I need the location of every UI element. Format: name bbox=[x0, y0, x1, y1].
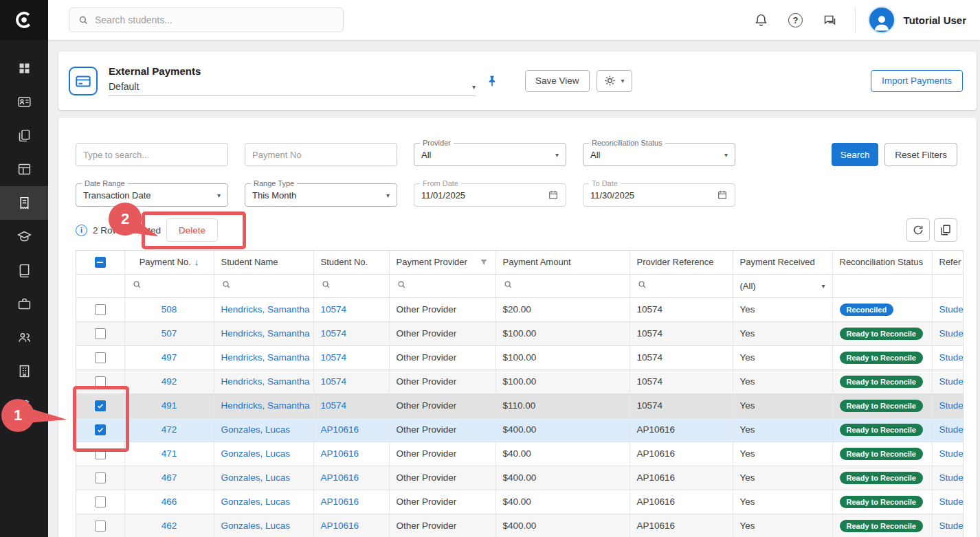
column-header-payment-received[interactable]: Payment Received bbox=[740, 257, 815, 267]
row-checkbox[interactable] bbox=[95, 400, 106, 411]
reference-link[interactable]: Stude bbox=[939, 352, 964, 363]
payment-no-link[interactable]: 466 bbox=[162, 496, 177, 507]
view-selector[interactable]: Default ▾ bbox=[109, 81, 476, 96]
sidebar-item-records[interactable] bbox=[0, 119, 48, 152]
filter-search-input[interactable] bbox=[76, 143, 228, 166]
payment-no-link[interactable]: 508 bbox=[162, 304, 177, 315]
payment-no-link[interactable]: 467 bbox=[162, 472, 177, 483]
column-header-payment-no[interactable]: Payment No. bbox=[140, 257, 191, 267]
student-no-link[interactable]: AP10616 bbox=[321, 496, 359, 507]
provider-select[interactable]: Provider All ▾ bbox=[414, 143, 566, 166]
reference-link[interactable]: Stude bbox=[939, 448, 964, 459]
select-all-checkbox[interactable] bbox=[95, 257, 106, 268]
student-no-link[interactable]: AP10616 bbox=[321, 424, 359, 435]
reference-link[interactable]: Stude bbox=[939, 472, 964, 483]
column-search-icon[interactable] bbox=[637, 279, 647, 290]
refresh-button[interactable] bbox=[906, 218, 930, 242]
row-checkbox[interactable] bbox=[95, 376, 106, 387]
student-no-link[interactable]: AP10616 bbox=[321, 521, 359, 531]
student-name-link[interactable]: Hendricks, Samantha bbox=[221, 400, 310, 411]
student-name-link[interactable]: Gonzales, Lucas bbox=[221, 521, 291, 531]
table-row[interactable]: 462 Gonzales, Lucas AP10616 Other Provid… bbox=[76, 514, 964, 537]
row-checkbox[interactable] bbox=[95, 496, 106, 507]
reference-link[interactable]: Stude bbox=[939, 304, 964, 315]
payment-received-filter[interactable]: (All)▾ bbox=[740, 281, 825, 291]
sidebar-item-students[interactable] bbox=[0, 85, 48, 119]
row-checkbox[interactable] bbox=[95, 521, 106, 532]
sidebar-item-organization[interactable] bbox=[0, 354, 48, 388]
column-header-student-name[interactable]: Student Name bbox=[221, 257, 278, 267]
from-date-field[interactable]: From Date 11/01/2025 bbox=[414, 183, 566, 207]
sidebar-item-academics[interactable] bbox=[0, 220, 48, 253]
reconciliation-status-select[interactable]: Reconciliation Status All ▾ bbox=[583, 143, 735, 166]
student-name-link[interactable]: Gonzales, Lucas bbox=[221, 472, 291, 483]
student-no-link[interactable]: AP10616 bbox=[321, 448, 359, 459]
reference-link[interactable]: Stude bbox=[939, 496, 964, 507]
row-checkbox[interactable] bbox=[95, 424, 106, 435]
student-name-link[interactable]: Gonzales, Lucas bbox=[221, 448, 291, 459]
student-name-link[interactable]: Hendricks, Samantha bbox=[221, 352, 310, 363]
row-checkbox[interactable] bbox=[95, 472, 106, 483]
row-checkbox[interactable] bbox=[95, 352, 106, 363]
table-row[interactable]: 507 Hendricks, Samantha 10574 Other Prov… bbox=[76, 321, 964, 345]
sidebar-item-billing[interactable] bbox=[0, 186, 48, 220]
filter-payment-no-input[interactable] bbox=[245, 143, 397, 166]
student-no-link[interactable]: 10574 bbox=[321, 400, 347, 411]
payment-no-link[interactable]: 471 bbox=[162, 448, 177, 459]
student-no-link[interactable]: 10574 bbox=[321, 304, 347, 315]
payment-no-link[interactable]: 492 bbox=[162, 376, 177, 387]
payment-no-link[interactable]: 491 bbox=[162, 400, 177, 411]
table-row[interactable]: 472 Gonzales, Lucas AP10616 Other Provid… bbox=[76, 418, 964, 442]
to-date-field[interactable]: To Date 11/30/2025 bbox=[583, 183, 735, 207]
chat-button[interactable] bbox=[822, 12, 838, 28]
sidebar-item-community[interactable] bbox=[0, 321, 48, 354]
column-search-icon[interactable] bbox=[503, 279, 513, 290]
pin-view-button[interactable] bbox=[485, 74, 499, 88]
table-row[interactable]: 466 Gonzales, Lucas AP10616 Other Provid… bbox=[76, 490, 964, 514]
global-search[interactable] bbox=[69, 8, 344, 32]
reference-link[interactable]: Stude bbox=[939, 521, 964, 531]
column-search-icon[interactable] bbox=[221, 279, 232, 290]
user-avatar[interactable] bbox=[868, 6, 895, 34]
app-logo[interactable] bbox=[0, 0, 48, 40]
help-button[interactable]: ? bbox=[788, 12, 804, 28]
row-checkbox[interactable] bbox=[95, 448, 106, 459]
payment-no-link[interactable]: 462 bbox=[162, 521, 177, 531]
row-checkbox[interactable] bbox=[95, 328, 106, 339]
payment-no-link[interactable]: 497 bbox=[162, 352, 177, 363]
column-header-reconciliation-status[interactable]: Reconciliation Status bbox=[840, 257, 923, 267]
date-range-select[interactable]: Date Range Transaction Date ▾ bbox=[76, 183, 228, 207]
reference-link[interactable]: Stude bbox=[939, 328, 964, 339]
notifications-button[interactable] bbox=[753, 12, 770, 28]
table-row[interactable]: 492 Hendricks, Samantha 10574 Other Prov… bbox=[76, 369, 964, 393]
view-settings-button[interactable]: ▾ bbox=[597, 70, 632, 92]
student-name-link[interactable]: Hendricks, Samantha bbox=[221, 328, 310, 339]
student-no-link[interactable]: 10574 bbox=[321, 352, 347, 363]
table-row[interactable]: 467 Gonzales, Lucas AP10616 Other Provid… bbox=[76, 466, 964, 490]
student-no-link[interactable]: 10574 bbox=[321, 376, 347, 387]
column-header-provider-reference[interactable]: Provider Reference bbox=[637, 257, 714, 267]
search-button[interactable]: Search bbox=[832, 143, 878, 166]
reference-link[interactable]: Stude bbox=[939, 424, 964, 435]
student-no-link[interactable]: 10574 bbox=[321, 328, 347, 339]
student-name-link[interactable]: Gonzales, Lucas bbox=[221, 424, 291, 435]
student-name-link[interactable]: Hendricks, Samantha bbox=[221, 304, 310, 315]
delete-button[interactable]: Delete bbox=[166, 218, 218, 242]
payment-no-link[interactable]: 507 bbox=[162, 328, 177, 339]
copy-grid-button[interactable] bbox=[934, 218, 957, 242]
sidebar-item-boards[interactable] bbox=[0, 152, 48, 186]
range-type-select[interactable]: Range Type This Month ▾ bbox=[245, 183, 397, 207]
reset-filters-button[interactable]: Reset Filters bbox=[884, 143, 957, 166]
column-search-icon[interactable] bbox=[397, 279, 407, 290]
row-checkbox[interactable] bbox=[95, 304, 106, 315]
search-input[interactable] bbox=[95, 14, 335, 25]
column-header-reference[interactable]: Refer bbox=[939, 257, 961, 267]
sidebar-item-hr[interactable] bbox=[0, 287, 48, 321]
student-name-link[interactable]: Gonzales, Lucas bbox=[221, 496, 291, 507]
filter-funnel-icon[interactable] bbox=[479, 258, 489, 267]
save-view-button[interactable]: Save View bbox=[525, 70, 590, 92]
sidebar-item-library[interactable] bbox=[0, 253, 48, 287]
reference-link[interactable]: Stude bbox=[939, 400, 964, 411]
student-name-link[interactable]: Hendricks, Samantha bbox=[221, 376, 310, 387]
reference-link[interactable]: Stude bbox=[939, 376, 964, 387]
